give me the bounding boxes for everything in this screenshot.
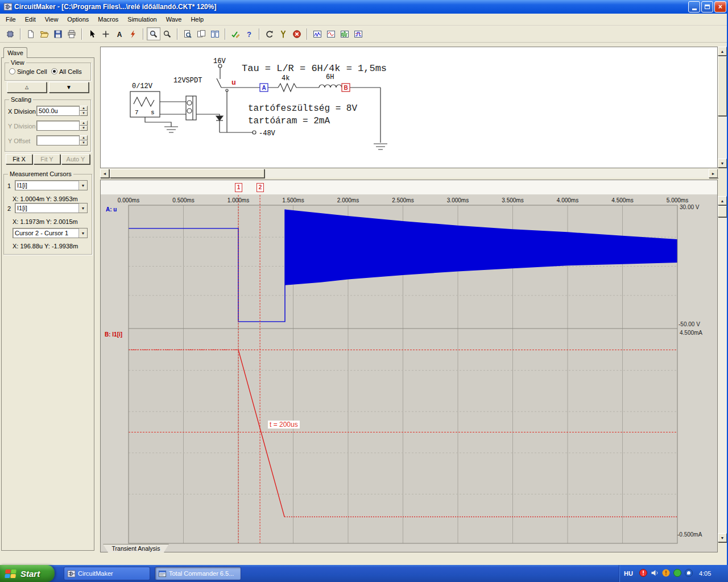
chevron-down-icon[interactable]: ▼ — [78, 228, 87, 238]
help-icon[interactable]: ? — [242, 27, 256, 40]
parts-browser-icon[interactable] — [3, 27, 17, 40]
waveform-window-2-icon[interactable] — [324, 27, 338, 40]
fit-x-button[interactable]: Fit X — [6, 154, 32, 164]
cursor-flag-2[interactable]: 2 — [257, 183, 264, 192]
menu-help[interactable]: Help — [186, 14, 208, 24]
stop-simulation-icon[interactable] — [290, 27, 304, 40]
radio-all-cells[interactable] — [51, 68, 57, 74]
waveform-window-1-icon[interactable] — [311, 27, 324, 40]
text-tool-icon[interactable]: A — [113, 27, 126, 40]
tab-wave[interactable]: Wave — [3, 47, 27, 58]
window-title: CircuitMaker - [C:\Program Files\...\rel… — [14, 3, 687, 11]
cursor-flag-1[interactable]: 1 — [235, 183, 242, 192]
chevron-down-icon[interactable]: ▼ — [78, 181, 87, 190]
menu-view[interactable]: View — [40, 14, 63, 24]
volume-icon[interactable] — [650, 568, 659, 577]
circuit-hscrollbar[interactable]: ◄ ► — [100, 169, 718, 178]
menu-simulation[interactable]: Simulation — [123, 14, 161, 24]
close-icon[interactable]: × — [714, 1, 726, 13]
antivirus-icon[interactable] — [639, 568, 648, 577]
channel-a-max-label: 30.00 V — [680, 204, 699, 210]
note-hold-current: tartóáram = 2mA — [248, 116, 330, 126]
messenger-icon[interactable] — [684, 568, 693, 577]
chevron-down-icon[interactable]: ▼ — [78, 203, 87, 213]
open-file-icon[interactable] — [38, 27, 51, 40]
save-icon[interactable] — [51, 27, 65, 40]
y-division-input[interactable] — [36, 120, 80, 131]
node-u-label: u — [231, 78, 236, 87]
source-label: 0/12V — [132, 82, 153, 90]
probe-tool-icon[interactable] — [276, 27, 290, 40]
start-button[interactable]: Start — [0, 565, 55, 582]
print-icon[interactable] — [65, 27, 78, 40]
menu-wave[interactable]: Wave — [162, 14, 187, 24]
waveform-panel: 0.000ms0.500ms1.000ms1.500ms2.000ms2.500… — [100, 180, 718, 552]
menu-options[interactable]: Options — [63, 14, 93, 24]
scroll-right-icon[interactable]: ► — [709, 169, 718, 178]
tab-transient-analysis[interactable]: Transient Analysis — [103, 544, 169, 552]
scroll-up-icon[interactable]: ▲ — [718, 47, 727, 56]
reset-simulation-icon[interactable] — [263, 27, 276, 40]
menu-file[interactable]: File — [1, 14, 20, 24]
waveform-vscrollbar[interactable]: ▲ ▼ — [718, 196, 727, 543]
circuit-hscroll-thumb[interactable] — [110, 169, 264, 178]
view-pages-icon[interactable] — [195, 27, 208, 40]
scaling-group-caption: Scaling — [9, 96, 33, 103]
waveform-window-3-icon[interactable] — [338, 27, 351, 40]
circuit-vscroll-thumb[interactable] — [718, 56, 727, 116]
delete-tool-icon[interactable] — [126, 27, 140, 40]
note-tau: Tau = L/R = 6H/4k = 1,5ms — [242, 63, 387, 74]
scroll-left-icon[interactable]: ◄ — [100, 169, 109, 178]
zoom-icon[interactable] — [160, 27, 174, 40]
language-indicator[interactable]: HU — [624, 570, 633, 577]
x-tick-label: 4.500ms — [606, 197, 640, 203]
check-circuit-icon[interactable] — [229, 27, 242, 40]
waveform-vscroll-thumb[interactable] — [718, 206, 727, 217]
alert-icon[interactable]: ! — [661, 568, 671, 577]
x-division-spinner[interactable]: ▲▼ — [80, 106, 88, 116]
maximize-icon[interactable] — [701, 1, 713, 13]
svg-text:?: ? — [247, 30, 251, 39]
scale-up-button[interactable]: △ — [7, 82, 47, 93]
taskbar-task-1[interactable]: CircuitMaker — [64, 567, 150, 580]
task-label: CircuitMaker — [78, 570, 113, 577]
circuit-schematic[interactable]: 16V 0/12V 7 s 12VSPDT u A B 4k 6H -48V T… — [101, 47, 717, 168]
cursor2-signal-value: I1[i] — [15, 205, 78, 211]
fit-y-button: Fit Y — [34, 154, 60, 164]
wire-tool-icon[interactable] — [99, 27, 113, 40]
scroll-down-icon[interactable]: ▼ — [718, 159, 727, 168]
cursor2-signal-select[interactable]: I1[i]▼ — [15, 203, 88, 213]
y-division-spinner[interactable]: ▲▼ — [80, 120, 88, 131]
menu-macros[interactable]: Macros — [93, 14, 123, 24]
fit-page-icon[interactable] — [181, 27, 195, 40]
circuit-vscrollbar[interactable]: ▲ ▼ — [718, 47, 727, 168]
minimize-icon[interactable] — [688, 1, 700, 13]
status-icon[interactable] — [673, 568, 682, 577]
schematic-panel: 16V 0/12V 7 s 12VSPDT u A B 4k 6H -48V T… — [100, 47, 718, 168]
tile-windows-icon[interactable] — [208, 27, 222, 40]
x-division-input[interactable]: 500.0u — [36, 106, 80, 116]
channel-b-min-label: -0.500mA — [677, 531, 702, 538]
cursor2-readout: X: 1.1973m Y: 2.0015m — [13, 218, 78, 225]
waveform-window-4-icon[interactable] — [351, 27, 365, 40]
scale-down-button[interactable]: ▼ — [49, 82, 89, 93]
scroll-up-icon[interactable]: ▲ — [718, 196, 727, 205]
taskbar-task-2[interactable]: Total Commander 6.5... — [155, 567, 241, 580]
cursor1-signal-select[interactable]: I1[i]▼ — [15, 180, 88, 190]
y-offset-spinner[interactable]: ▲▼ — [80, 135, 88, 146]
spinner-down-icon: ▼ — [80, 111, 88, 116]
x-tick-label: 3.500ms — [496, 197, 530, 203]
cursor-diff-select[interactable]: Cursor 2 - Cursor 1▼ — [13, 228, 88, 238]
menu-edit[interactable]: Edit — [20, 14, 40, 24]
clock[interactable]: 4:05 — [699, 570, 711, 577]
cursor1-readout: X: 1.0004m Y: 3.9953m — [13, 196, 78, 202]
scroll-down-icon[interactable]: ▼ — [718, 533, 727, 542]
new-file-icon[interactable] — [24, 27, 38, 40]
circuitmaker-icon — [3, 2, 13, 11]
waveform-plot[interactable] — [101, 180, 717, 552]
select-tool-icon[interactable] — [85, 27, 99, 40]
radio-single-cell[interactable] — [9, 68, 15, 74]
radio-all-cells-label: All Cells — [59, 68, 82, 75]
y-offset-input[interactable] — [36, 135, 80, 146]
zoom-window-icon[interactable] — [147, 27, 160, 40]
